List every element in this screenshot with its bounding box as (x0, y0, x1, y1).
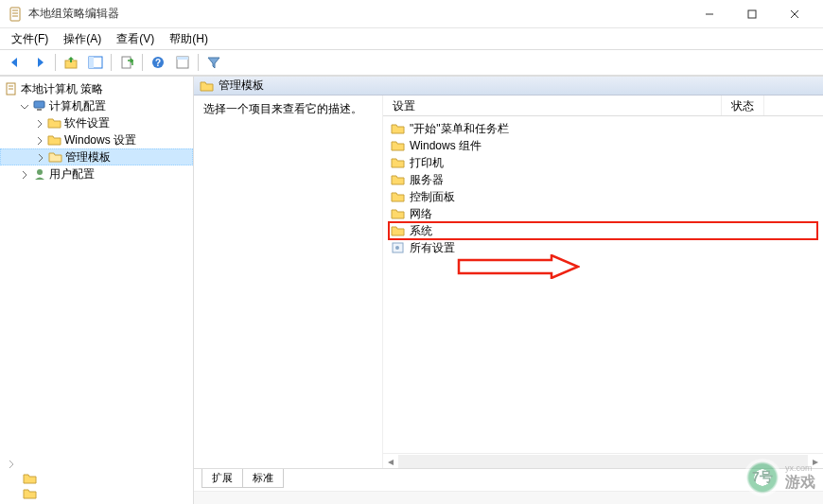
toolbar: ? (0, 49, 823, 76)
svg-text:?: ? (155, 58, 161, 68)
svg-point-21 (37, 169, 43, 175)
list-item-label: 网络 (410, 206, 432, 222)
tree-user-config[interactable]: 用户配置 (0, 165, 193, 182)
export-list-button[interactable] (115, 52, 138, 73)
list-item-system[interactable]: 系统 (389, 222, 817, 239)
list-item-label: 打印机 (410, 155, 444, 171)
menu-file[interactable]: 文件(F) (4, 29, 56, 49)
menu-view[interactable]: 查看(V) (109, 29, 162, 49)
tree-panel: 本地计算机 策略 计算机配置 软件设置 Windows 设置 管理模板 用户配置 (0, 77, 194, 504)
tree-windows-settings[interactable]: Windows 设置 (0, 131, 193, 148)
expand-icon[interactable] (32, 133, 45, 147)
list-item-label: Windows 组件 (410, 138, 482, 154)
tree-windows-label: Windows 设置 (64, 132, 140, 148)
tab-extended[interactable]: 扩展 (201, 469, 243, 488)
show-hide-tree-button[interactable] (84, 52, 107, 73)
list-item[interactable]: 服务器 (389, 171, 817, 188)
tree-computer-config-label: 计算机配置 (49, 98, 110, 114)
list-item[interactable]: Windows 组件 (389, 137, 817, 154)
svg-rect-19 (34, 101, 44, 108)
tree-root[interactable]: 本地计算机 策略 (0, 80, 193, 97)
expand-icon[interactable] (4, 457, 17, 470)
list-item-label: 控制面板 (410, 189, 455, 205)
svg-rect-20 (37, 109, 42, 111)
tree-software-label: 软件设置 (64, 115, 114, 131)
expand-icon[interactable] (33, 150, 46, 164)
tree-admin-templates[interactable]: 管理模板 (0, 148, 193, 165)
expand-icon[interactable] (17, 167, 30, 181)
folder-icon (23, 487, 38, 500)
content-title: 管理模板 (219, 78, 264, 94)
list-item[interactable]: 打印机 (389, 154, 817, 171)
folder-icon (47, 133, 62, 147)
minimize-button[interactable] (688, 1, 730, 27)
up-level-button[interactable] (60, 52, 82, 73)
list-item[interactable]: "开始"菜单和任务栏 (389, 120, 817, 137)
close-button[interactable] (773, 1, 815, 27)
user-icon (32, 167, 47, 181)
tree-root-label: 本地计算机 策略 (21, 81, 107, 97)
content-header: 管理模板 (194, 77, 823, 96)
tree-user-config-label: 用户配置 (49, 166, 98, 182)
folder-icon (23, 472, 38, 485)
svg-rect-11 (122, 57, 131, 68)
column-setting[interactable]: 设置 (383, 96, 722, 115)
folder-open-icon (48, 150, 63, 164)
folder-icon (391, 190, 406, 203)
list-item[interactable]: 控制面板 (389, 188, 817, 205)
horizontal-scrollbar[interactable]: ◂ ▸ (383, 453, 823, 468)
folder-icon (391, 122, 406, 135)
folder-icon (391, 156, 406, 169)
menu-action[interactable]: 操作(A) (56, 29, 109, 49)
list-item[interactable]: 网络 (389, 205, 817, 222)
list-item-label: "开始"菜单和任务栏 (410, 121, 509, 137)
svg-rect-10 (89, 57, 94, 68)
folder-icon (47, 116, 62, 130)
help-button[interactable]: ? (147, 52, 169, 73)
folder-icon (391, 224, 406, 237)
back-button[interactable] (4, 52, 26, 73)
menubar: 文件(F) 操作(A) 查看(V) 帮助(H) (0, 28, 823, 49)
svg-point-23 (395, 246, 399, 250)
policy-icon (4, 82, 19, 96)
folder-icon (200, 79, 215, 93)
svg-rect-15 (177, 57, 188, 60)
filter-button[interactable] (202, 52, 225, 73)
description-text: 选择一个项目来查看它的描述。 (203, 101, 373, 117)
app-icon (8, 7, 23, 22)
column-status[interactable]: 状态 (722, 96, 764, 115)
tree-software-settings[interactable]: 软件设置 (0, 114, 193, 131)
list-item[interactable]: 所有设置 (389, 239, 817, 256)
collapse-icon[interactable] (17, 99, 30, 113)
maximize-button[interactable] (730, 1, 773, 27)
list-item-label: 服务器 (410, 172, 444, 188)
tree-admin-templates-label: 管理模板 (65, 149, 114, 165)
expand-icon[interactable] (32, 116, 45, 130)
tree-computer-config[interactable]: 计算机配置 (0, 97, 193, 114)
folder-icon (391, 207, 406, 220)
svg-rect-0 (10, 8, 20, 21)
folder-icon (391, 139, 406, 152)
svg-rect-5 (748, 10, 756, 18)
computer-icon (32, 99, 47, 113)
settings-icon (391, 241, 406, 254)
list-item-label: 系统 (410, 223, 432, 239)
window-title: 本地组策略编辑器 (28, 6, 688, 22)
folder-icon (391, 173, 406, 186)
tab-standard[interactable]: 标准 (242, 469, 284, 488)
menu-help[interactable]: 帮助(H) (162, 29, 216, 49)
properties-button[interactable] (171, 52, 194, 73)
list-item-label: 所有设置 (410, 240, 455, 256)
forward-button[interactable] (28, 52, 51, 73)
